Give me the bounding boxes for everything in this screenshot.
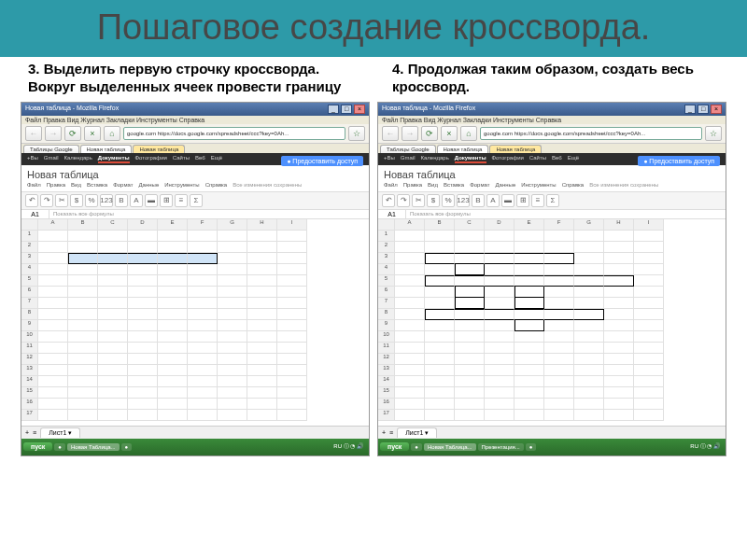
gbar-link[interactable]: Gmail [44, 155, 59, 163]
gbar-link[interactable]: +Вы [27, 155, 38, 163]
align-button[interactable]: ≡ [175, 194, 188, 207]
gbar-link[interactable]: Сайты [173, 155, 190, 163]
stop-button[interactable]: × [84, 126, 101, 141]
spreadsheet-grid[interactable]: ABCDEFGHI 1 2 3 4 5 6 7 8 9 10 11 12 13 … [378, 219, 726, 426]
menu-help[interactable]: Справка [205, 182, 228, 188]
sheet-tab[interactable]: Лист1 ▾ [40, 427, 80, 438]
minimize-button[interactable]: _ [328, 105, 339, 114]
percent-button[interactable]: % [85, 194, 98, 207]
address-bar[interactable]: google.com https://docs.google.com/sprea… [123, 127, 345, 140]
gbar-link[interactable]: Календарь [64, 155, 92, 163]
spreadsheet-grid[interactable]: ABCDEFGHI 1 2 3 4 5 6 7 8 9 10 11 12 13 … [21, 219, 369, 426]
fill-button[interactable]: ▬ [145, 194, 158, 207]
reload-button[interactable]: ⟳ [64, 126, 81, 141]
menu-view[interactable]: Вид [71, 182, 81, 188]
textcolor-button[interactable]: A [130, 194, 143, 207]
formula-input[interactable]: Показать все формулы [49, 210, 369, 218]
share-button[interactable]: ● Предоставить доступ [281, 156, 363, 166]
windows-taskbar: пуск ● Новая Таблица... ● RU ⓘ ◔ 🔊 [21, 439, 369, 455]
redo-button[interactable]: ↷ [40, 194, 53, 207]
toolbar: ↶ ↷ ✂ $ % 123 B A ▬ ⊞ ≡ Σ [21, 192, 369, 210]
browser-tab[interactable]: Новая таблица [133, 145, 185, 153]
menu-tools[interactable]: Инструменты [164, 182, 199, 188]
borders-button[interactable]: ⊞ [160, 194, 173, 207]
window-titlebar: Новая таблица - Mozilla Firefox _ □ × [21, 103, 369, 116]
caption-step-3: 3. Выделить первую строчку кроссворда. В… [28, 61, 374, 96]
sheet-tabs: + ≡ Лист1 ▾ [21, 426, 369, 439]
back-button[interactable]: ← [25, 126, 42, 141]
caption-step-4: 4. Продолжая таким образом, создать весь… [374, 61, 719, 96]
bold-button[interactable]: B [115, 194, 128, 207]
start-button[interactable]: пуск [23, 442, 52, 451]
browser-tab[interactable]: Таблицы Google [23, 145, 79, 153]
doc-header: ● Предоставить доступ Новая таблица Файл… [21, 165, 369, 192]
browser-tabs: Таблицы Google Новая таблица Новая табли… [21, 144, 369, 153]
task-button[interactable]: ● [54, 443, 65, 451]
browser-menu[interactable]: Файл Правка Вид Журнал Закладки Инструме… [21, 116, 369, 124]
forward-button[interactable]: → [45, 126, 62, 141]
task-button[interactable]: ● [121, 443, 133, 451]
add-sheet-button[interactable]: + [25, 429, 29, 436]
all-sheets-button[interactable]: ≡ [33, 429, 36, 436]
slide-title: Пошаговое создание кроссворда. [0, 0, 747, 57]
gbar-link[interactable]: Ещё [211, 155, 222, 163]
screenshot-step-3: Новая таблица - Mozilla Firefox _ □ × Фа… [21, 102, 370, 456]
menu-insert[interactable]: Вставка [87, 182, 107, 188]
system-tray[interactable]: RU ⓘ ◔ 🔊 [330, 442, 367, 451]
bookmark-icon[interactable]: ☆ [348, 126, 365, 141]
browser-navbar: ← → ⟳ × ⌂ google.com https://docs.google… [21, 124, 369, 144]
gbar-link[interactable]: Веб [195, 155, 205, 163]
task-button[interactable]: Новая Таблица... [67, 443, 120, 451]
doc-title[interactable]: Новая таблица [27, 169, 363, 180]
undo-button[interactable]: ↶ [25, 194, 38, 207]
window-title: Новая таблица - Mozilla Firefox [25, 105, 119, 114]
menu-data[interactable]: Данные [139, 182, 160, 188]
menu-file[interactable]: Файл [27, 182, 41, 188]
browser-tab[interactable]: Новая таблица [80, 145, 133, 153]
maximize-button[interactable]: □ [341, 105, 352, 114]
save-status: Все изменения сохранены [233, 182, 302, 188]
menu-format[interactable]: Формат [113, 182, 133, 188]
formula-bar: A1 Показать все формулы [21, 210, 369, 219]
format-button[interactable]: 123 [100, 194, 113, 207]
gbar-link[interactable]: Документы [98, 155, 130, 163]
gbar-link[interactable]: Фотографии [135, 155, 167, 163]
paint-button[interactable]: ✂ [55, 194, 68, 207]
currency-button[interactable]: $ [70, 194, 83, 207]
screenshot-step-4: Новая таблица - Mozilla Firefox_□× Файл … [377, 102, 726, 456]
functions-button[interactable]: Σ [190, 194, 203, 207]
close-button[interactable]: × [354, 105, 365, 114]
menu-edit[interactable]: Правка [47, 182, 65, 188]
name-box[interactable]: A1 [21, 210, 49, 218]
home-button[interactable]: ⌂ [104, 126, 120, 141]
